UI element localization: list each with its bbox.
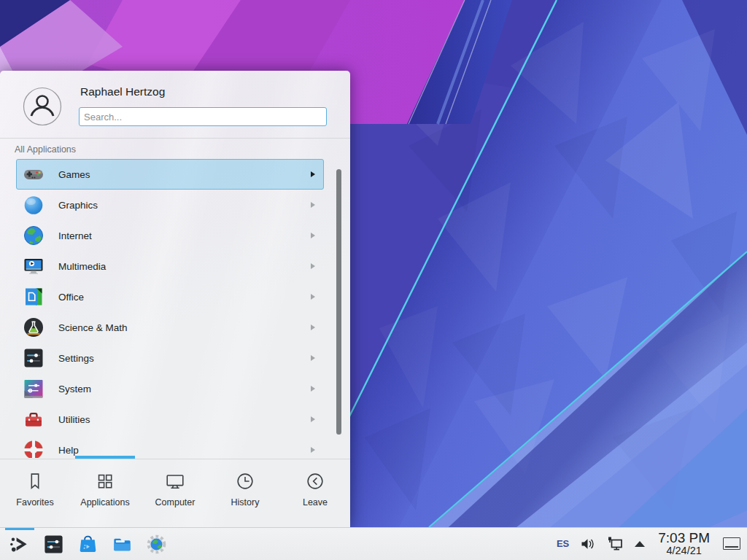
desktop: Raphael Hertzog All Applications Games xyxy=(0,0,747,560)
tab-label: History xyxy=(231,497,260,508)
category-label: Help xyxy=(58,445,79,456)
tab-label: Leave xyxy=(303,497,328,508)
settings-sliders-icon xyxy=(22,346,45,370)
category-label: Utilities xyxy=(58,414,90,425)
office-document-icon xyxy=(22,285,45,308)
category-label: Multimedia xyxy=(58,261,106,272)
tab-leave[interactable]: Leave xyxy=(280,459,350,527)
globe-icon xyxy=(22,224,45,247)
tab-label: Applications xyxy=(80,497,129,508)
tab-history[interactable]: History xyxy=(210,459,280,527)
category-system[interactable]: System xyxy=(16,373,324,404)
clock-date: 4/24/21 xyxy=(658,545,710,557)
category-label: System xyxy=(58,384,91,394)
application-launcher-button[interactable] xyxy=(5,530,33,558)
category-label: Settings xyxy=(58,353,94,364)
clock-icon xyxy=(234,470,256,492)
category-science-math[interactable]: Science & Math xyxy=(16,312,324,343)
web-browser-icon xyxy=(145,533,168,556)
search-input[interactable] xyxy=(79,107,327,126)
system-settings-button[interactable] xyxy=(39,530,67,558)
submenu-arrow-icon xyxy=(311,355,315,361)
dolphin-folder-icon xyxy=(111,533,133,556)
user-avatar-icon[interactable] xyxy=(23,87,62,126)
graphics-sphere-icon xyxy=(22,193,45,217)
submenu-arrow-icon xyxy=(311,171,315,177)
submenu-arrow-icon xyxy=(311,416,315,422)
tab-label: Favorites xyxy=(16,497,53,508)
category-help[interactable]: Help xyxy=(16,435,324,458)
digital-clock[interactable]: 7:03 PM 4/24/21 xyxy=(658,531,710,557)
category-games[interactable]: Games xyxy=(16,159,324,190)
volume-icon[interactable] xyxy=(580,537,595,551)
tab-computer[interactable]: Computer xyxy=(140,459,210,527)
tab-label: Computer xyxy=(155,497,196,508)
user-name: Raphael Hertzog xyxy=(80,85,165,98)
gamepad-icon xyxy=(22,163,45,186)
submenu-arrow-icon xyxy=(311,447,315,453)
category-label: Science & Math xyxy=(58,322,128,333)
file-manager-button[interactable] xyxy=(108,530,136,558)
system-tweaks-icon xyxy=(22,377,45,400)
launcher-header: Raphael Hertzog xyxy=(0,71,350,139)
monitor-icon xyxy=(164,470,186,492)
discover-bag-icon xyxy=(77,533,99,556)
keyboard-layout-indicator[interactable]: ES xyxy=(557,538,569,549)
science-flask-icon xyxy=(22,316,45,339)
expand-tray-arrow[interactable] xyxy=(635,541,645,547)
media-screen-icon xyxy=(22,254,45,278)
web-browser-button[interactable] xyxy=(142,530,170,558)
submenu-arrow-icon xyxy=(311,294,315,300)
tab-favorites[interactable]: Favorites xyxy=(0,459,70,527)
clock-time: 7:03 PM xyxy=(658,531,710,546)
submenu-arrow-icon xyxy=(311,263,315,269)
taskbar-launchers xyxy=(0,530,170,558)
kde-launcher-icon xyxy=(8,533,31,556)
category-label: Games xyxy=(58,169,90,180)
system-tray: ES 7:03 PM 4/24/21 xyxy=(557,531,747,557)
submenu-arrow-icon xyxy=(311,386,315,392)
tab-applications[interactable]: Applications xyxy=(70,459,140,527)
discover-button[interactable] xyxy=(74,530,101,558)
application-launcher-popup: Raphael Hertzog All Applications Games xyxy=(0,71,350,527)
category-multimedia[interactable]: Multimedia xyxy=(16,251,324,281)
grid-icon xyxy=(94,470,116,492)
launcher-tab-bar: Favorites Applications Computer xyxy=(0,459,350,527)
list-scrollbar[interactable] xyxy=(336,169,341,435)
section-label: All Applications xyxy=(15,144,76,155)
category-internet[interactable]: Internet xyxy=(16,220,324,251)
back-circle-icon xyxy=(304,470,326,492)
bookmark-icon xyxy=(24,470,46,492)
help-lifering-icon xyxy=(22,438,45,458)
category-graphics[interactable]: Graphics xyxy=(16,190,324,220)
category-office[interactable]: Office xyxy=(16,281,324,312)
system-settings-icon xyxy=(42,533,65,556)
show-desktop-button[interactable] xyxy=(723,537,740,550)
category-label: Office xyxy=(58,292,84,303)
category-settings[interactable]: Settings xyxy=(16,343,324,373)
submenu-arrow-icon xyxy=(311,233,315,238)
taskbar-panel: ES 7:03 PM 4/24/21 xyxy=(0,527,747,560)
application-category-list: Games Graphics xyxy=(0,159,350,458)
category-label: Graphics xyxy=(58,200,98,211)
category-label: Internet xyxy=(58,230,92,241)
category-utilities[interactable]: Utilities xyxy=(16,404,324,435)
network-icon[interactable] xyxy=(606,536,624,552)
toolbox-icon xyxy=(22,408,45,431)
submenu-arrow-icon xyxy=(311,324,315,330)
submenu-arrow-icon xyxy=(311,202,315,208)
